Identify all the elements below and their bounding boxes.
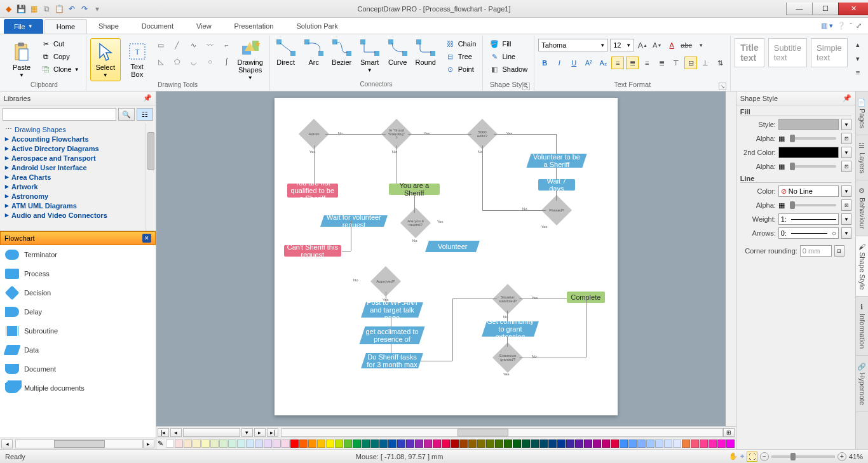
color-swatch[interactable] xyxy=(175,440,183,448)
sidetab-information[interactable]: ℹInformation xyxy=(856,297,868,356)
color-swatch[interactable] xyxy=(228,440,236,448)
style-simple[interactable]: Simpletext xyxy=(811,38,848,67)
file-tab[interactable]: File▼ xyxy=(4,19,43,34)
color-swatch[interactable] xyxy=(388,440,397,448)
qat-copy-icon[interactable]: ⧉ xyxy=(41,3,52,15)
page-next-icon[interactable]: ▸ xyxy=(254,428,266,437)
library-search-input[interactable] xyxy=(3,108,116,121)
color-swatch[interactable] xyxy=(193,440,201,448)
point-button[interactable]: ⊙Point xyxy=(443,64,479,75)
color-swatch[interactable] xyxy=(362,440,370,448)
lib-astronomy[interactable]: ▸ Astronomy xyxy=(0,191,156,201)
shadow-button[interactable]: ◧Shadow xyxy=(487,64,530,75)
color-swatch[interactable] xyxy=(264,440,272,448)
page-tab[interactable] xyxy=(183,428,240,437)
style-subtitle[interactable]: Subtitletext xyxy=(768,38,807,67)
lib-atm[interactable]: ▸ ATM UML Diagrams xyxy=(0,201,156,210)
color-swatch[interactable] xyxy=(246,440,254,448)
shape-data[interactable]: Data xyxy=(0,340,156,359)
search-button[interactable]: 🔍 xyxy=(118,108,135,121)
lib-artwork[interactable]: ▸ Artwork xyxy=(0,182,156,191)
color-swatch[interactable] xyxy=(673,440,681,448)
color-swatch[interactable] xyxy=(664,440,672,448)
lib-activedirectory[interactable]: ▸ Active Directory Diagrams xyxy=(0,144,156,153)
color-swatch[interactable] xyxy=(397,440,405,448)
tab-view[interactable]: View xyxy=(185,18,223,34)
flowchart-close-icon[interactable]: ✕ xyxy=(142,234,151,243)
strikethrough-button[interactable]: abc xyxy=(680,39,693,51)
tool-polyline-icon[interactable]: ◺ xyxy=(154,55,168,69)
color-swatch[interactable] xyxy=(335,440,343,448)
color-swatch[interactable] xyxy=(655,440,663,448)
clone-button[interactable]: ⿻Clone ▼ xyxy=(38,64,82,75)
app-icon[interactable]: ◆ xyxy=(3,3,14,15)
fill-alpha-slider[interactable] xyxy=(790,137,836,140)
line-spacing-button[interactable]: ⇅ xyxy=(714,57,726,69)
color-swatch[interactable] xyxy=(717,440,726,448)
qat-save-icon[interactable]: 💾 xyxy=(15,3,27,15)
tool-arc-icon[interactable]: ◡ xyxy=(187,55,201,69)
lib-drawing-shapes[interactable]: ⋯ Drawing Shapes xyxy=(0,124,156,134)
valign-mid-button[interactable]: ⊟ xyxy=(684,57,697,69)
node-waiteditors[interactable]: Wait for editors to get acclimated to pr… xyxy=(359,326,424,344)
node-wait7[interactable]: Wait 7 days xyxy=(538,179,575,191)
fitpage-icon[interactable]: ⛶ xyxy=(747,452,757,462)
qat-tiles-icon[interactable]: ▦ xyxy=(28,3,39,15)
node-waitrequest[interactable]: Wait for volunteer request xyxy=(320,215,388,227)
color2-alpha-slider[interactable] xyxy=(790,165,836,168)
tool-line-icon[interactable]: ╱ xyxy=(170,38,184,52)
tab-shape[interactable]: Shape xyxy=(87,18,130,34)
canvas-vscroll[interactable] xyxy=(726,91,736,426)
zoom-slider[interactable] xyxy=(771,455,835,458)
color-swatch[interactable] xyxy=(415,440,423,448)
color-swatch[interactable] xyxy=(726,440,735,448)
color-swatch[interactable] xyxy=(299,440,308,448)
fontcolor-button[interactable]: A xyxy=(665,39,678,51)
copy-button[interactable]: ⧉Copy xyxy=(38,51,82,62)
qat-undo-icon[interactable]: ↶ xyxy=(66,3,78,15)
color-swatch[interactable] xyxy=(557,440,566,448)
minimize-button[interactable]: — xyxy=(786,3,813,15)
node-post[interactable]: Post to WP:AN/I and target talk page xyxy=(361,302,423,318)
color-swatch[interactable] xyxy=(370,440,379,448)
node-volunteer2[interactable]: Volunteer xyxy=(425,241,480,252)
node-neutral[interactable]: Are you a neutral? xyxy=(400,208,431,238)
align-left-button[interactable]: ≡ xyxy=(611,57,624,69)
hscroll-track[interactable] xyxy=(281,428,723,437)
color-swatch[interactable] xyxy=(682,440,690,448)
tool-rect-icon[interactable]: ▭ xyxy=(154,38,168,52)
line-alpha-slider[interactable] xyxy=(790,204,836,206)
qat-paste-icon[interactable]: 📋 xyxy=(53,3,65,15)
color-swatch[interactable] xyxy=(531,440,539,448)
grow-font-button[interactable]: A▲ xyxy=(636,39,649,51)
fill-style-select[interactable] xyxy=(778,119,839,130)
color-swatch[interactable] xyxy=(637,440,646,448)
connector-smart-button[interactable]: Smart▼ xyxy=(358,38,382,73)
color-swatch[interactable] xyxy=(353,440,361,448)
lib-aerospace[interactable]: ▸ Aerospace and Transport xyxy=(0,153,156,163)
color-swatch[interactable] xyxy=(210,440,219,448)
node-dotasks[interactable]: Do Sheriff tasks for 3 month max xyxy=(361,353,423,368)
color-swatch[interactable] xyxy=(379,440,388,448)
superscript-button[interactable]: A² xyxy=(582,57,595,69)
lib-areacharts[interactable]: ▸ Area Charts xyxy=(0,172,156,182)
textformat-launcher-icon[interactable]: ↘ xyxy=(719,83,726,90)
color-swatch[interactable] xyxy=(406,440,414,448)
tool-curve-icon[interactable]: ∿ xyxy=(187,38,201,52)
color-swatch[interactable] xyxy=(442,440,450,448)
color-swatch[interactable] xyxy=(477,440,485,448)
color-swatch[interactable] xyxy=(584,440,592,448)
color-swatch[interactable] xyxy=(620,440,628,448)
color-swatch[interactable] xyxy=(219,440,227,448)
node-passed[interactable]: Passed? xyxy=(541,195,572,225)
color-swatch[interactable] xyxy=(628,440,637,448)
ribbon-options-icon[interactable]: ⤢ xyxy=(856,22,862,30)
pin-icon[interactable]: 📌 xyxy=(143,94,152,102)
shape-decision[interactable]: Decision xyxy=(0,283,156,302)
color-swatch[interactable] xyxy=(486,440,494,448)
zoom-out-button[interactable]: − xyxy=(760,452,769,461)
tab-solutionpark[interactable]: Solution Park xyxy=(285,18,349,34)
textbox-button[interactable]: T Text Box xyxy=(122,38,153,81)
fill-button[interactable]: 🪣Fill xyxy=(487,38,530,50)
sidetab-shapestyle[interactable]: 🖌Shape Style xyxy=(856,236,868,297)
